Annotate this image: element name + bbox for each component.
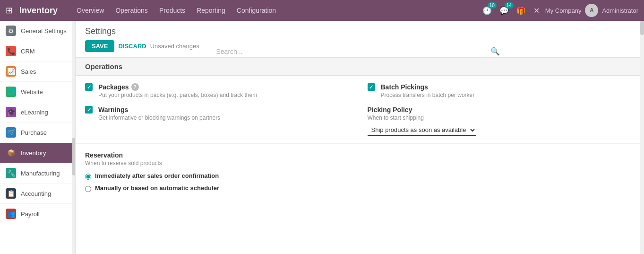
picking-policy-select-wrapper: Ship products as soon as available Ship … [368,125,476,136]
sidebar-item-inventory[interactable]: 📦 Inventory [0,143,75,163]
sidebar-label-elearning: eLearning [21,109,48,116]
picking-policy-label: Picking Policy [368,106,476,114]
sidebar-label-crm: CRM [21,48,35,55]
sidebar-item-payroll[interactable]: 👥 Payroll [0,204,75,224]
gifts-button[interactable]: 🎁 [515,4,528,17]
sidebar-scrollbar-thumb[interactable] [72,138,75,175]
picking-policy-setting: Picking Policy When to start shipping Sh… [368,106,631,136]
sidebar-label-general-settings: General Settings [21,27,67,35]
avatar[interactable]: A [585,4,598,17]
general-settings-icon: ⚙ [6,26,16,36]
batch-pickings-checkbox[interactable] [368,83,375,91]
search-input[interactable] [216,48,490,55]
manufacturing-icon: 🔧 [6,168,16,178]
reservation-immediate-label: Immediately after sales order confirmati… [95,172,219,179]
sales-icon: 📈 [6,66,16,77]
settings-header-area: Settings SAVE DISCARD Unsaved changes 🔍 [76,21,640,57]
warnings-content: Warnings Get informative or blocking war… [98,106,220,121]
sidebar-item-sales[interactable]: 📈 Sales [0,61,75,82]
sidebar-item-manufacturing[interactable]: 🔧 Manufacturing [0,163,75,184]
reservation-immediate[interactable]: Immediately after sales order confirmati… [85,172,631,180]
sidebar-item-accounting[interactable]: 📋 Accounting [0,184,75,204]
warnings-label: Warnings [98,106,220,114]
inventory-icon: 📦 [6,148,16,158]
nav-products[interactable]: Products [155,4,190,17]
main-content: Settings SAVE DISCARD Unsaved changes 🔍 … [76,21,640,254]
sidebar-item-crm[interactable]: 📞 CRM [0,41,75,61]
sidebar-label-manufacturing: Manufacturing [21,170,60,177]
packages-checkbox[interactable] [85,83,93,91]
top-menu: Overview Operations Products Reporting C… [72,4,476,17]
save-button[interactable]: SAVE [85,40,114,52]
accounting-icon: 📋 [6,188,16,199]
warnings-desc: Get informative or blocking warnings on … [98,114,220,121]
search-bar: 🔍 [216,47,500,58]
picking-policy-content: Picking Policy When to start shipping Sh… [368,106,476,136]
purchase-icon: 🛒 [6,127,16,138]
messages-button[interactable]: 💬 14 [498,4,511,17]
nav-reporting[interactable]: Reporting [192,4,230,17]
nav-overview[interactable]: Overview [72,4,109,17]
sidebar-label-inventory: Inventory [21,149,46,157]
settings-col-right: Batch Pickings Process transfers in batc… [358,76,641,143]
content-inner: Operations Packages ? [76,57,640,200]
website-icon: 🌐 [6,87,16,97]
sidebar-label-purchase: Purchase [21,129,47,136]
nav-configuration[interactable]: Configuration [232,4,281,17]
nav-operations[interactable]: Operations [111,4,152,17]
packages-content: Packages ? Put your products in packs (e… [98,83,257,98]
settings-grid: Packages ? Put your products in packs (e… [76,76,640,144]
search-icon[interactable]: 🔍 [490,47,500,56]
settings-title: Settings [85,26,631,36]
reservation-manual-label: Manually or based on automatic scheduler [95,184,219,192]
reservation-manual[interactable]: Manually or based on automatic scheduler [85,184,631,192]
elearning-icon: 🎓 [6,107,16,117]
sidebar: ⚙ General Settings 📞 CRM 📈 Sales 🌐 Websi… [0,21,76,254]
reservation-title: Reservation [85,151,631,159]
username-label: Administrator [602,7,638,14]
sidebar-item-general-settings[interactable]: ⚙ General Settings [0,21,75,41]
batch-pickings-desc: Process transfers in batch per worker [381,92,475,98]
sidebar-item-elearning[interactable]: 🎓 eLearning [0,102,75,123]
app-name: Inventory [19,6,58,16]
content-area: Operations Packages ? [76,57,640,254]
grid-icon[interactable]: ⊞ [6,5,13,16]
reservation-section: Reservation When to reserve sold product… [76,144,640,200]
packages-desc: Put your products in packs (e.g. parcels… [98,92,257,98]
sidebar-scrollbar[interactable] [72,21,75,254]
activities-button[interactable]: 🕐 10 [481,4,494,17]
activities-badge: 10 [488,2,497,9]
payroll-icon: 👥 [6,209,16,219]
reservation-manual-radio[interactable] [85,186,91,192]
reservation-desc: When to reserve sold products [85,160,631,166]
company-selector[interactable]: My Company [545,7,582,14]
messages-badge: 14 [505,2,514,9]
batch-pickings-setting: Batch Pickings Process transfers in batc… [368,83,631,98]
sidebar-label-website: Website [21,88,43,96]
picking-policy-desc: When to start shipping [368,114,476,121]
settings-col-left: Packages ? Put your products in packs (e… [76,76,358,143]
right-scrollbar[interactable] [640,21,644,254]
reservation-immediate-radio[interactable] [85,174,91,180]
packages-label: Packages ? [98,83,257,91]
discard-button[interactable]: DISCARD [118,43,146,50]
sidebar-item-website[interactable]: 🌐 Website [0,82,75,102]
close-button[interactable]: ✕ [532,4,541,17]
packages-help-icon[interactable]: ? [131,83,139,91]
batch-pickings-content: Batch Pickings Process transfers in batc… [381,83,475,98]
warnings-setting: Warnings Get informative or blocking war… [85,106,349,121]
operations-section-header: Operations [76,57,640,76]
crm-icon: 📞 [6,46,16,56]
main-layout: ⚙ General Settings 📞 CRM 📈 Sales 🌐 Websi… [0,21,644,254]
unsaved-changes-label: Unsaved changes [150,43,199,50]
sidebar-label-payroll: Payroll [21,210,40,218]
topnav-right: 🕐 10 💬 14 🎁 ✕ My Company A Administrator [481,4,638,17]
top-navigation: ⊞ Inventory Overview Operations Products… [0,0,644,21]
batch-pickings-label: Batch Pickings [381,83,475,91]
picking-policy-select[interactable]: Ship products as soon as available Ship … [368,125,476,136]
right-scrollbar-thumb[interactable] [640,21,644,35]
sidebar-label-sales: Sales [21,68,36,75]
sidebar-label-accounting: Accounting [21,190,51,197]
warnings-checkbox[interactable] [85,106,93,114]
sidebar-item-purchase[interactable]: 🛒 Purchase [0,123,75,143]
